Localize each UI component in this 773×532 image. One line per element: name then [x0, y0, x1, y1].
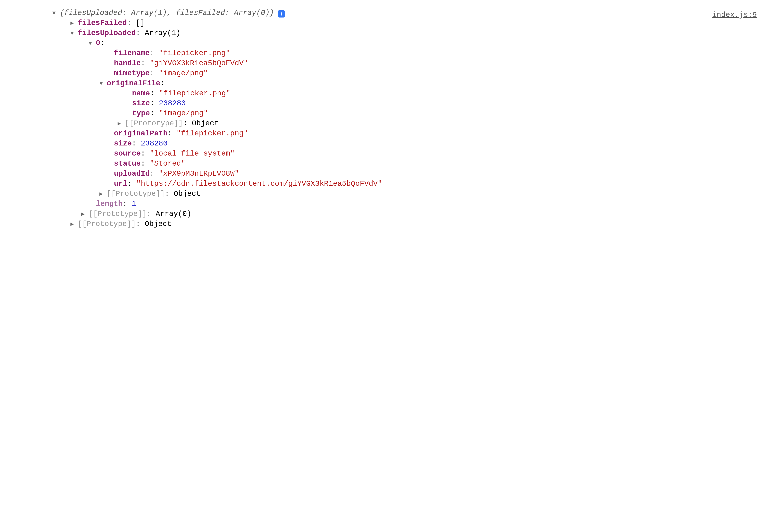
summary-val-2: Array(0) — [234, 9, 270, 17]
prop-root-prototype[interactable]: ▶ [[Prototype]]: Object — [12, 219, 761, 229]
prop-value: "giYVGX3kR1ea5bQoFVdV" — [150, 59, 248, 67]
prop-filename[interactable]: filename: "filepicker.png" — [12, 48, 761, 58]
prop-key: originalPath — [114, 129, 167, 138]
prop-uploadid[interactable]: uploadId: "xPX9pM3nLRpLVO8W" — [12, 169, 761, 179]
prop-size[interactable]: size: 238280 — [12, 139, 761, 149]
prop-of-prototype[interactable]: ▶ [[Prototype]]: Object — [12, 119, 761, 129]
prop-of-type[interactable]: type: "image/png" — [12, 108, 761, 119]
prop-of-size[interactable]: size: 238280 — [12, 98, 761, 108]
prop-key: mimetype — [114, 69, 150, 77]
expand-toggle-icon[interactable]: ▼ — [89, 40, 96, 47]
prop-value: "filepicker.png" — [176, 129, 248, 138]
expand-toggle-icon[interactable]: ▶ — [81, 210, 89, 218]
prop-key: type — [132, 109, 150, 118]
prop-value: "https://cdn.filestackcontent.com/giYVGX… — [136, 179, 382, 188]
expand-toggle-icon[interactable]: ▶ — [118, 120, 125, 128]
prop-key: source — [114, 149, 141, 158]
prop-filesfailed[interactable]: ▶ filesFailed: [] — [12, 18, 761, 28]
prop-key: status — [114, 159, 141, 168]
prop-value: Array(1) — [145, 29, 180, 37]
prop-value: Object — [174, 190, 200, 198]
prop-key: filesUploaded — [78, 29, 136, 37]
brace-open: { — [60, 9, 64, 17]
prop-filesuploaded[interactable]: ▼ filesUploaded: Array(1) — [12, 28, 761, 38]
summary-key-2: filesFailed — [176, 9, 225, 17]
prop-mimetype[interactable]: mimetype: "image/png" — [12, 68, 761, 78]
prop-key: filename — [114, 49, 150, 57]
prop-value: [] — [136, 19, 145, 27]
prop-key: [[Prototype]] — [107, 190, 165, 198]
prop-value: "image/png" — [159, 109, 208, 118]
prop-value: 238280 — [141, 139, 167, 148]
expand-toggle-icon[interactable]: ▶ — [99, 190, 107, 198]
prop-key: filesFailed — [78, 19, 127, 27]
prop-length[interactable]: length: 1 — [12, 199, 761, 209]
prop-key: 0 — [96, 39, 100, 47]
prop-originalfile[interactable]: ▼ originalFile: — [12, 78, 761, 89]
prop-key: url — [114, 179, 127, 188]
prop-value: "xPX9pM3nLRpLVO8W" — [159, 169, 239, 178]
summary-key-1: filesUploaded — [64, 9, 122, 17]
prop-value: "image/png" — [159, 69, 208, 77]
prop-value: 238280 — [159, 99, 186, 107]
prop-value: 1 — [132, 200, 136, 208]
prop-value: Array(0) — [156, 210, 191, 218]
prop-key: originalFile — [107, 79, 160, 88]
summary-val-1: Array(1) — [131, 9, 167, 17]
prop-key: uploadId — [114, 169, 150, 178]
expand-toggle-icon[interactable]: ▶ — [70, 221, 78, 228]
expand-toggle-icon[interactable]: ▼ — [99, 80, 107, 88]
prop-key: size — [132, 99, 150, 107]
prop-of-name[interactable]: name: "filepicker.png" — [12, 89, 761, 99]
prop-handle[interactable]: handle: "giYVGX3kR1ea5bQoFVdV" — [12, 58, 761, 68]
prop-status[interactable]: status: "Stored" — [12, 159, 761, 169]
brace-close: } — [270, 9, 274, 17]
prop-key: name — [132, 89, 150, 98]
prop-key: size — [114, 139, 132, 148]
prop-key: length — [96, 200, 123, 208]
source-link[interactable]: index.js:9 — [712, 10, 757, 20]
prop-value: "Stored" — [150, 159, 186, 168]
info-icon[interactable]: i — [278, 10, 285, 18]
prop-value: Object — [145, 220, 171, 228]
prop-array-prototype[interactable]: ▶ [[Prototype]]: Array(0) — [12, 209, 761, 219]
prop-key: [[Prototype]] — [125, 119, 183, 128]
array-index-0[interactable]: ▼ 0: — [12, 38, 761, 48]
summary-sep: , — [167, 9, 176, 17]
prop-originalpath[interactable]: originalPath: "filepicker.png" — [12, 129, 761, 139]
expand-toggle-icon[interactable]: ▼ — [52, 9, 60, 17]
prop-item0-prototype[interactable]: ▶ [[Prototype]]: Object — [12, 189, 761, 199]
prop-url[interactable]: url: "https://cdn.filestackcontent.com/g… — [12, 179, 761, 189]
prop-source[interactable]: source: "local_file_system" — [12, 149, 761, 159]
prop-value: Object — [192, 119, 219, 128]
prop-key: handle — [114, 59, 141, 67]
prop-value: "local_file_system" — [150, 149, 235, 158]
object-summary-row[interactable]: ▼ {filesUploaded: Array(1), filesFailed:… — [12, 8, 761, 18]
prop-value: "filepicker.png" — [159, 89, 230, 98]
prop-value: "filepicker.png" — [159, 49, 230, 57]
prop-key: [[Prototype]] — [78, 220, 136, 228]
expand-toggle-icon[interactable]: ▶ — [70, 20, 78, 27]
prop-key: [[Prototype]] — [89, 210, 147, 218]
expand-toggle-icon[interactable]: ▼ — [70, 30, 78, 37]
